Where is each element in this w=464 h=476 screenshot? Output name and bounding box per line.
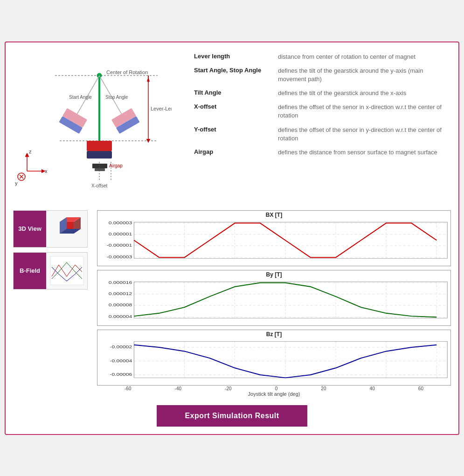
svg-text:-0.000003: -0.000003 (107, 254, 132, 259)
legend-row-0: Lever lengthdistance from center of rota… (190, 50, 451, 64)
diagram-svg: z x y Center (13, 50, 172, 199)
svg-text:0.000004: 0.000004 (109, 314, 132, 318)
bz-svg: -0.00002 -0.00004 -0.00006 (97, 338, 450, 384)
svg-text:0.000012: 0.000012 (109, 291, 132, 296)
by-title: By [T] (97, 270, 450, 278)
legend-row-1: Start Angle, Stop Angledefines the tilt … (190, 64, 451, 86)
svg-text:0.000001: 0.000001 (109, 231, 132, 236)
svg-text:Lever-Length: Lever-Length (151, 106, 172, 111)
legend-term-2: Tilt Angle (190, 86, 274, 100)
svg-text:z: z (29, 149, 32, 154)
x-axis-ticks: -60 -40 -20 0 20 40 60 (97, 386, 450, 392)
bx-chart: BX [T] 0.000003 0.000001 -0.000001 -0.00… (97, 210, 451, 266)
by-chart: By [T] 0.000016 0.000012 0.000008 0.0000… (97, 270, 451, 326)
b-field-label: B-Field (14, 253, 46, 289)
legend-term-5: Airgap (190, 145, 274, 159)
svg-text:-0.000001: -0.000001 (107, 242, 132, 247)
svg-rect-71 (134, 282, 447, 318)
legend-area: Lever lengthdistance from center of rota… (190, 50, 451, 201)
bx-svg: 0.000003 0.000001 -0.000001 -0.000003 (97, 218, 450, 265)
bz-title: Bz [T] (97, 330, 450, 338)
tick-60: 60 (418, 386, 423, 391)
diagram-area: z x y Center (13, 50, 181, 201)
legend-desc-3: defines the offset of the senor in x-dir… (274, 100, 451, 123)
svg-rect-24 (87, 151, 112, 159)
svg-rect-28 (95, 168, 105, 171)
tick-minus20: -20 (225, 386, 231, 391)
bx-title: BX [T] (97, 211, 450, 218)
legend-row-5: Airgapdefines the distance from sensor s… (190, 145, 451, 159)
legend-desc-4: defines the offset of the senor in y-dir… (274, 123, 451, 145)
svg-text:-0.00002: -0.00002 (110, 344, 132, 349)
legend-row-2: Tilt Angledefines the tilt of the gearst… (190, 86, 451, 100)
3d-view-preview (46, 211, 87, 247)
legend-term-4: Y-offset (190, 123, 274, 145)
legend-term-1: Start Angle, Stop Angle (190, 64, 274, 86)
bottom-section: 3D View B-Field (13, 210, 451, 398)
legend-table: Lever lengthdistance from center of rota… (190, 50, 451, 160)
legend-desc-0: distance from center of rotation to cent… (274, 50, 451, 64)
legend-row-4: Y-offsetdefines the offset of the senor … (190, 123, 451, 145)
b-field-preview (46, 253, 87, 289)
legend-row-3: X-offsetdefines the offset of the senor … (190, 100, 451, 123)
svg-text:Stop Angle: Stop Angle (105, 95, 128, 100)
svg-rect-84 (134, 341, 447, 378)
svg-text:-0.00006: -0.00006 (110, 372, 132, 376)
export-section: Export Simulation Result (13, 405, 451, 427)
3d-view-label: 3D View (14, 211, 46, 247)
svg-text:x: x (45, 168, 48, 174)
svg-rect-27 (92, 164, 107, 168)
b-field-panel[interactable]: B-Field (13, 252, 88, 290)
main-container: z x y Center (5, 41, 459, 435)
by-svg: 0.000016 0.000012 0.000008 0.000004 (97, 278, 450, 324)
svg-text:-0.00004: -0.00004 (110, 358, 132, 362)
svg-text:0.000016: 0.000016 (109, 279, 132, 284)
legend-term-0: Lever length (190, 50, 274, 64)
charts-area: BX [T] 0.000003 0.000001 -0.000001 -0.00… (97, 210, 451, 398)
svg-text:0.000008: 0.000008 (109, 302, 132, 307)
side-panels: 3D View B-Field (13, 210, 88, 398)
bz-chart: Bz [T] -0.00002 -0.00004 -0.00006 (97, 330, 451, 386)
svg-marker-14 (147, 77, 150, 82)
legend-desc-1: defines the tilt of the gearstick around… (274, 64, 451, 86)
top-section: z x y Center (13, 50, 451, 201)
svg-rect-23 (87, 141, 112, 151)
legend-desc-2: defines the tilt of the gearstick around… (274, 86, 451, 100)
export-button[interactable]: Export Simulation Result (157, 405, 307, 427)
svg-text:Start Angle: Start Angle (69, 95, 92, 100)
svg-text:y: y (15, 180, 18, 186)
svg-text:Center of Rotation: Center of Rotation (106, 69, 148, 75)
3d-view-panel[interactable]: 3D View (13, 210, 88, 248)
legend-term-3: X-offset (190, 100, 274, 123)
tick-40: 40 (370, 386, 375, 391)
tick-0: 0 (275, 386, 278, 391)
legend-desc-5: defines the distance from sensor surface… (274, 145, 451, 159)
svg-rect-56 (134, 222, 447, 258)
svg-text:0.000003: 0.000003 (109, 220, 132, 224)
tick-20: 20 (321, 386, 326, 391)
tick-minus60: -60 (125, 386, 131, 391)
tick-minus40: -40 (175, 386, 181, 391)
svg-text:X-offset: X-offset (91, 183, 107, 188)
